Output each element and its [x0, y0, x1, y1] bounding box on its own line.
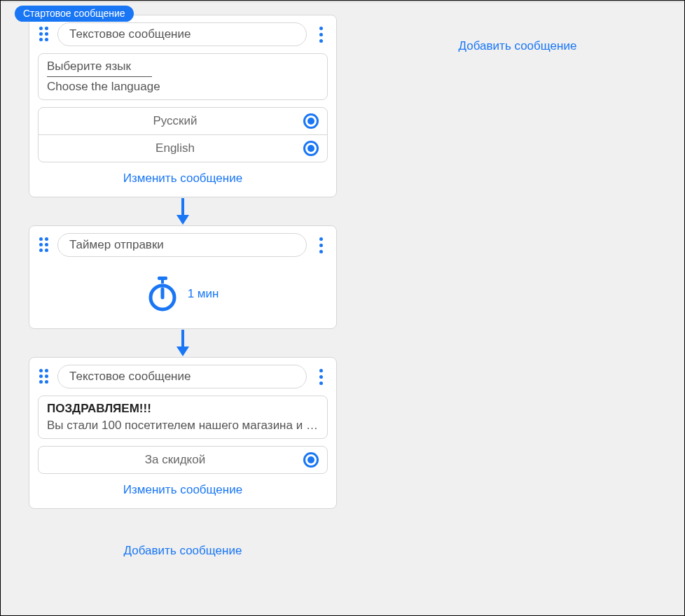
edit-message-link[interactable]: Изменить сообщение [38, 473, 328, 501]
message-content[interactable]: ПОЗДРАВЛЯЕМ!!! Вы стали 100 посетителем … [38, 396, 328, 439]
flow-arrow [29, 197, 337, 225]
right-panel: Добавить сообщение [351, 1, 684, 615]
flow-arrow [29, 329, 337, 357]
option-row-discount[interactable]: За скидкой [38, 446, 328, 474]
message-content[interactable]: Выберите язык Choose the language [38, 53, 328, 100]
timer-card: Таймер отправки 1 мин [29, 225, 337, 329]
content-bold: ПОЗДРАВЛЯЕМ!!! [47, 402, 319, 416]
message-card-1: Текстовое сообщение Выберите язык Choose… [29, 15, 337, 197]
message-type-select[interactable]: Текстовое сообщение [57, 22, 307, 46]
option-label: Русский [47, 114, 303, 128]
option-label: За скидкой [47, 453, 303, 467]
add-message-bottom[interactable]: Добавить сообщение [29, 544, 337, 558]
divider [47, 76, 152, 77]
svg-marker-1 [177, 215, 189, 225]
card-menu-icon[interactable] [314, 237, 328, 253]
flow-editor-canvas: Стартовое сообщение Текстовое сообщение … [0, 0, 685, 616]
start-message-badge: Стартовое сообщение [15, 6, 134, 22]
card-menu-icon[interactable] [314, 369, 328, 385]
timer-value: 1 мин [188, 287, 219, 301]
flow-column: Стартовое сообщение Текстовое сообщение … [1, 1, 351, 615]
message-card-2: Текстовое сообщение ПОЗДРАВЛЯЕМ!!! Вы ст… [29, 357, 337, 509]
content-body: Вы стали 100 посетителем нашего магазина… [47, 419, 319, 433]
drag-handle-icon[interactable] [38, 239, 50, 251]
option-row-russian[interactable]: Русский [38, 107, 328, 135]
drag-handle-icon[interactable] [38, 28, 50, 41]
radio-icon[interactable] [303, 452, 319, 468]
add-message-link[interactable]: Добавить сообщение [124, 544, 242, 557]
content-line-2: Choose the language [47, 80, 319, 94]
edit-message-link[interactable]: Изменить сообщение [38, 162, 328, 190]
option-label: English [47, 141, 303, 155]
svg-marker-7 [177, 346, 189, 356]
options-group: Русский English [38, 107, 328, 162]
message-type-select[interactable]: Текстовое сообщение [57, 365, 307, 388]
radio-icon[interactable] [303, 113, 319, 129]
message-type-select[interactable]: Таймер отправки [57, 233, 307, 257]
radio-icon[interactable] [303, 141, 319, 156]
card-header: Текстовое сообщение [38, 22, 328, 46]
stopwatch-icon [147, 276, 178, 312]
timer-display: 1 мин [38, 264, 328, 321]
card-header: Таймер отправки [38, 233, 328, 257]
card-header: Текстовое сообщение [38, 365, 328, 388]
card-menu-icon[interactable] [314, 27, 328, 43]
option-row-english[interactable]: English [38, 134, 328, 162]
content-line-1: Выберите язык [47, 59, 319, 74]
drag-handle-icon[interactable] [38, 370, 50, 383]
add-message-right[interactable]: Добавить сообщение [459, 39, 577, 52]
svg-rect-3 [161, 279, 164, 284]
